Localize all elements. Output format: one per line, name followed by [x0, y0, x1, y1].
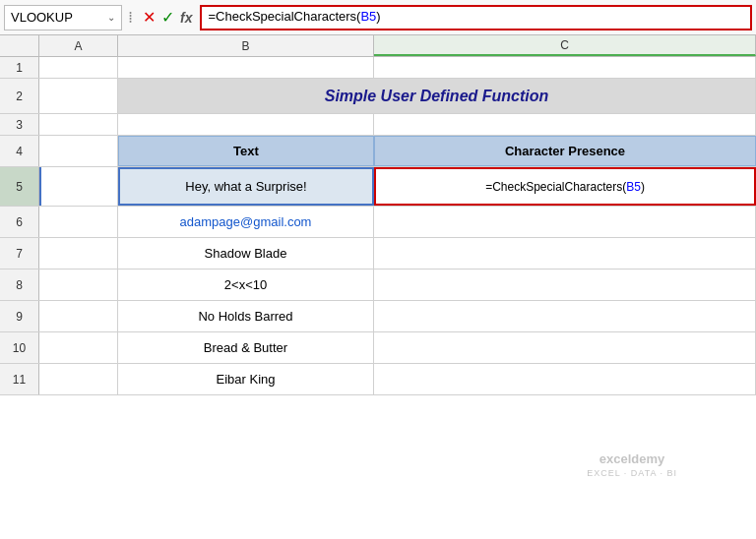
- cell-c6[interactable]: [374, 207, 756, 237]
- row-num-1: 1: [0, 57, 39, 78]
- col-text-header[interactable]: Text: [118, 136, 374, 166]
- table-row: 8 2<x<10: [0, 270, 756, 301]
- cell-c1[interactable]: [374, 57, 756, 78]
- cell-a4[interactable]: [39, 136, 118, 166]
- cell-c5[interactable]: =CheckSpecialCharacters(B5): [374, 167, 756, 206]
- cell-b11[interactable]: Eibar King: [118, 364, 374, 394]
- table-row: 2 Simple User Defined Function: [0, 79, 756, 114]
- formula-text-prefix: =CheckSpecialCharacters(: [208, 9, 360, 24]
- formula-bar: VLOOKUP ⌄ ⁞ ✕ ✓ fx =CheckSpecialCharacte…: [0, 0, 756, 35]
- table-row: 1: [0, 57, 756, 79]
- name-box-text: VLOOKUP: [11, 10, 105, 25]
- name-box-dropdown-icon[interactable]: ⌄: [107, 12, 115, 23]
- watermark: exceldemy EXCEL · DATA · BI: [587, 451, 677, 480]
- row-num-3: 3: [0, 114, 39, 135]
- watermark-line1: exceldemy: [587, 451, 677, 468]
- cell-a2[interactable]: [39, 79, 118, 113]
- table-row: 4 Text Character Presence: [0, 136, 756, 167]
- cell-b3[interactable]: [118, 114, 374, 135]
- cell-b6[interactable]: adampage@gmail.com: [118, 207, 374, 237]
- cancel-icon[interactable]: ✕: [143, 8, 156, 27]
- fx-icon: fx: [180, 10, 192, 26]
- row-num-10: 10: [0, 332, 39, 363]
- cell-a5[interactable]: [39, 167, 118, 206]
- title-cell[interactable]: Simple User Defined Function: [118, 79, 756, 113]
- cell-b9[interactable]: No Holds Barred: [118, 301, 374, 331]
- cell-b10[interactable]: Bread & Butter: [118, 332, 374, 363]
- formula-icons: ✕ ✓ fx: [139, 8, 196, 27]
- cell-a8[interactable]: [39, 270, 118, 300]
- cell-b7[interactable]: Shadow Blade: [118, 238, 374, 269]
- row-num-4: 4: [0, 136, 39, 166]
- row-num-5: 5: [0, 167, 39, 206]
- row-num-6: 6: [0, 207, 39, 237]
- cell-a11[interactable]: [39, 364, 118, 394]
- formula-c5-prefix: =CheckSpecialCharacters(: [485, 180, 626, 194]
- formula-text-suffix: ): [376, 9, 380, 24]
- table-row: 3: [0, 114, 756, 136]
- cell-c10[interactable]: [374, 332, 756, 363]
- formula-c5-ref: B5: [626, 180, 641, 194]
- col-header-c: C: [374, 35, 756, 56]
- cell-c8[interactable]: [374, 270, 756, 300]
- cell-b1[interactable]: [118, 57, 374, 78]
- formula-c5-suffix: ): [641, 180, 645, 194]
- table-row: 11 Eibar King: [0, 364, 756, 395]
- row-num-11: 11: [0, 364, 39, 394]
- cell-a10[interactable]: [39, 332, 118, 363]
- cell-c9[interactable]: [374, 301, 756, 331]
- table-row: 7 Shadow Blade: [0, 238, 756, 270]
- cell-a1[interactable]: [39, 57, 118, 78]
- row-num-2: 2: [0, 79, 39, 113]
- col-header-a: A: [39, 35, 118, 56]
- corner-cell: [0, 35, 39, 56]
- table-row: 6 adampage@gmail.com: [0, 207, 756, 238]
- row-num-8: 8: [0, 270, 39, 300]
- col-header-b: B: [118, 35, 374, 56]
- table-row: 5 Hey, what a Surprise! =CheckSpecialCha…: [0, 167, 756, 207]
- row-num-9: 9: [0, 301, 39, 331]
- cell-c3[interactable]: [374, 114, 756, 135]
- cell-a7[interactable]: [39, 238, 118, 269]
- col-char-presence-header[interactable]: Character Presence: [374, 136, 756, 166]
- formula-divider: ⁞: [126, 8, 135, 27]
- cell-c7[interactable]: [374, 238, 756, 269]
- watermark-line2: EXCEL · DATA · BI: [587, 468, 677, 480]
- formula-input[interactable]: =CheckSpecialCharacters(B5): [200, 5, 752, 30]
- cell-b5[interactable]: Hey, what a Surprise!: [118, 167, 374, 206]
- column-headers: A B C: [0, 35, 756, 57]
- table-row: 9 No Holds Barred: [0, 301, 756, 332]
- cell-b8[interactable]: 2<x<10: [118, 270, 374, 300]
- formula-text-ref: B5: [360, 9, 376, 24]
- name-box[interactable]: VLOOKUP ⌄: [4, 5, 122, 30]
- cell-a6[interactable]: [39, 207, 118, 237]
- table-row: 10 Bread & Butter: [0, 332, 756, 364]
- cell-a9[interactable]: [39, 301, 118, 331]
- cell-c11[interactable]: [374, 364, 756, 394]
- confirm-icon[interactable]: ✓: [161, 8, 174, 27]
- row-num-7: 7: [0, 238, 39, 269]
- cell-a3[interactable]: [39, 114, 118, 135]
